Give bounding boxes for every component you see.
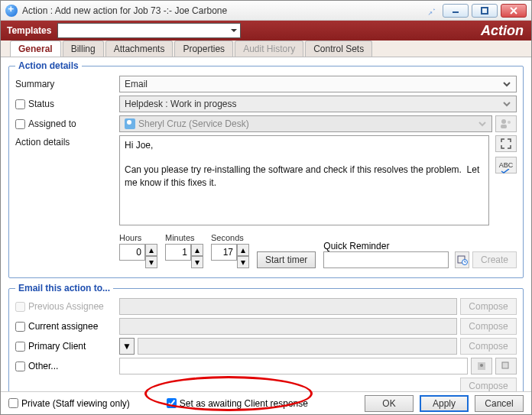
private-label: Private (Staff viewing only) (21, 398, 130, 409)
spellcheck-button[interactable]: ABC (495, 157, 517, 173)
spinner-down[interactable]: ▾ (145, 256, 157, 268)
chevron-down-icon (502, 79, 511, 89)
dialog-footer: Private (Staff viewing only) Set as awai… (1, 391, 531, 414)
ok-button[interactable]: OK (365, 395, 414, 412)
summary-value: Email (125, 79, 148, 89)
svg-rect-3 (501, 125, 507, 128)
seconds-input[interactable] (211, 244, 237, 261)
minutes-label: Minutes (165, 233, 203, 242)
status-label: Status (28, 99, 54, 109)
assigned-label: Assigned to (28, 118, 76, 129)
minutes-input[interactable] (165, 244, 191, 261)
minutes-spinner[interactable]: ▴▾ (165, 244, 203, 268)
svg-point-2 (501, 119, 506, 124)
plus-icon (5, 5, 18, 17)
prev-assignee-checkbox (15, 302, 25, 312)
other-field[interactable] (119, 358, 468, 374)
spinner-down[interactable]: ▾ (237, 256, 249, 268)
curr-assignee-checkbox[interactable] (15, 322, 25, 332)
templates-dropdown[interactable] (57, 23, 241, 38)
window-title: Action : Add new action for Job 73 -:- J… (22, 5, 426, 16)
status-value: Helpdesk : Work in progess (125, 99, 237, 109)
seconds-spinner[interactable]: ▴▾ (211, 244, 249, 268)
tab-properties[interactable]: Properties (174, 41, 233, 57)
templates-label: Templates (7, 25, 51, 36)
compose-primary-button: Compose (460, 338, 517, 355)
primary-client-field (138, 338, 457, 355)
action-details-textarea[interactable]: Hi Joe, Can you please try re-installing… (119, 135, 489, 225)
templates-bar: Templates Action (1, 21, 531, 41)
search-icon (501, 361, 511, 371)
quick-reminder-picker[interactable] (455, 251, 469, 268)
tab-audit-history: Audit History (235, 41, 303, 57)
primary-client-checkbox[interactable] (15, 342, 25, 352)
close-button[interactable] (501, 4, 527, 18)
status-select[interactable]: Helpdesk : Work in progess (119, 96, 517, 112)
cancel-button[interactable]: Cancel (475, 395, 524, 412)
private-checkbox[interactable] (8, 398, 18, 408)
svg-point-8 (480, 364, 483, 367)
curr-assignee-label: Current assignee (28, 321, 98, 332)
spinner-up[interactable]: ▴ (145, 244, 157, 256)
other-checkbox[interactable] (15, 362, 25, 371)
other-search-button[interactable] (495, 358, 517, 374)
other-contacts-button[interactable] (471, 358, 492, 374)
awaiting-checkbox[interactable] (167, 398, 177, 408)
primary-client-label: Primary Client (28, 341, 86, 352)
compose-prev-button: Compose (460, 298, 517, 315)
spinner-down[interactable]: ▾ (191, 256, 203, 268)
spinner-up[interactable]: ▴ (191, 244, 203, 256)
assigned-checkbox[interactable] (15, 119, 25, 129)
pin-icon[interactable] (426, 5, 436, 16)
prev-assignee-field (119, 298, 457, 315)
expand-button[interactable] (495, 135, 517, 152)
chevron-down-icon (502, 99, 511, 109)
compose-other-button: Compose (460, 378, 517, 391)
quick-reminder-label: Quick Reminder (323, 241, 389, 251)
seconds-label: Seconds (211, 233, 249, 242)
details-label: Action details (15, 135, 119, 148)
tab-strip: General Billing Attachments Properties A… (1, 41, 531, 57)
curr-assignee-field (119, 318, 457, 335)
spellcheck-icon: ABC (499, 161, 514, 169)
status-checkbox[interactable] (15, 99, 25, 109)
email-action-fieldset: Email this action to... Previous Assigne… (8, 283, 524, 391)
hours-input[interactable] (119, 244, 145, 261)
tab-billing[interactable]: Billing (63, 41, 104, 57)
awaiting-label: Set as awaiting Client response (180, 398, 308, 409)
summary-select[interactable]: Email (119, 76, 517, 92)
chevron-down-icon (478, 118, 487, 129)
primary-client-dropdown[interactable]: ▼ (119, 338, 135, 355)
prev-assignee-label: Previous Assignee (28, 301, 104, 312)
summary-label: Summary (15, 79, 119, 89)
svg-point-4 (508, 121, 511, 124)
hours-label: Hours (119, 233, 157, 242)
tab-general[interactable]: General (10, 41, 61, 57)
apply-button[interactable]: Apply (420, 395, 469, 412)
tab-attachments[interactable]: Attachments (105, 41, 174, 57)
other-label: Other... (28, 361, 58, 371)
spinner-up[interactable]: ▴ (237, 244, 249, 256)
brand-label: Action (481, 23, 524, 39)
create-reminder-button: Create (472, 251, 517, 268)
svg-rect-1 (482, 8, 488, 14)
calendar-clock-icon (457, 255, 468, 265)
assign-user-button[interactable] (495, 115, 517, 132)
expand-icon (501, 138, 511, 149)
window-titlebar: Action : Add new action for Job 73 -:- J… (1, 1, 531, 21)
tab-control-sets[interactable]: Control Sets (305, 41, 372, 57)
maximize-button[interactable] (472, 4, 498, 18)
people-icon (500, 118, 512, 129)
minimize-button[interactable] (443, 4, 469, 18)
svg-rect-0 (453, 11, 459, 13)
email-action-legend: Email this action to... (15, 283, 113, 293)
action-details-legend: Action details (15, 60, 82, 71)
start-timer-button[interactable]: Start timer (257, 251, 316, 268)
addressbook-icon (476, 361, 487, 371)
hours-spinner[interactable]: ▴▾ (119, 244, 157, 268)
user-icon (125, 118, 135, 129)
assigned-value: Sheryl Cruz (Service Desk) (138, 118, 249, 129)
action-details-fieldset: Action details Summary Email Status Help… (8, 60, 524, 278)
assigned-select[interactable]: Sheryl Cruz (Service Desk) (119, 115, 492, 132)
quick-reminder-input[interactable] (323, 251, 449, 268)
